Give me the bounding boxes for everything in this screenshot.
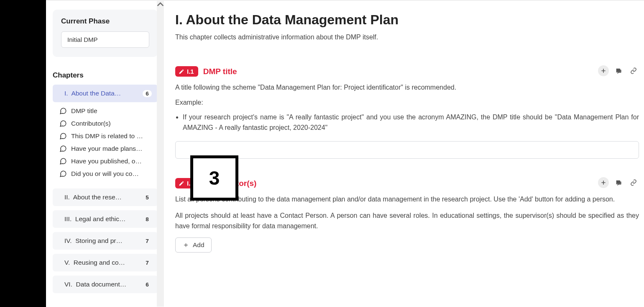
chapters-heading: Chapters — [53, 71, 158, 80]
current-phase-card: Current Phase Initial DMP — [53, 10, 158, 57]
section-contributors: I.2 Contributor(s) List all persons cont… — [175, 178, 639, 252]
question-item[interactable]: DMP title — [56, 105, 158, 117]
chapter-item-5[interactable]: V. Reusing and co… 7 — [53, 254, 158, 271]
chapter-title: V. Reusing and co… — [64, 259, 143, 266]
annotation-label: 3 — [209, 167, 220, 189]
example-list: If your research project's name is "A re… — [175, 112, 639, 133]
section-tag-label: I.1 — [187, 68, 194, 75]
chapter-item-4[interactable]: IV. Storing and pr… 7 — [53, 232, 158, 250]
app-layout: Current Phase Initial DMP Chapters I. Ab… — [0, 0, 644, 307]
phase-select-value: Initial DMP — [67, 36, 98, 43]
scroll-up-icon[interactable] — [157, 1, 164, 8]
example-label: Example: — [175, 99, 639, 106]
annotation-callout-3: 3 — [190, 155, 238, 201]
chapter-item-3[interactable]: III. Legal and ethic… 8 — [53, 210, 158, 228]
page-title: I. About the Data Management Plan — [175, 12, 639, 28]
section-head: I.1 DMP title — [175, 66, 639, 77]
comment-icon — [59, 170, 67, 178]
question-label: DMP title — [71, 107, 97, 115]
chapter-count-badge: 6 — [143, 281, 152, 288]
chapter-title: I. About the Data… — [64, 90, 143, 97]
link-icon[interactable] — [628, 65, 639, 76]
section-actions — [598, 65, 639, 76]
question-label: Have your made plans… — [71, 145, 143, 152]
comment-icon — [59, 120, 67, 127]
section-actions — [598, 177, 639, 188]
dmp-title-input[interactable] — [175, 141, 639, 159]
chapter-count-badge: 7 — [143, 237, 152, 245]
current-phase-label: Current Phase — [61, 17, 149, 26]
chapter-title: VI. Data document… — [64, 281, 143, 288]
chapter-item-2[interactable]: II. About the rese… 5 — [53, 188, 158, 206]
add-button-label: Add — [193, 241, 204, 249]
chapter-block: II. About the rese… 5 — [53, 188, 158, 206]
chapter-count-badge: 6 — [143, 90, 152, 97]
left-black-mask — [0, 0, 46, 307]
section-title: DMP title — [203, 67, 237, 76]
section-head: I.2 Contributor(s) — [175, 178, 639, 188]
question-label: Did you or will you co… — [71, 170, 139, 178]
sidebar-scrollbar[interactable] — [157, 1, 164, 307]
chapter-item-6[interactable]: VI. Data document… 6 — [53, 276, 158, 293]
section-description: List all persons contributing to the dat… — [175, 194, 639, 205]
main-content: I. About the Data Management Plan This c… — [165, 0, 644, 307]
comments-icon[interactable] — [613, 177, 624, 188]
comment-icon — [59, 157, 67, 165]
chapter-count-badge: 7 — [143, 259, 152, 266]
question-item[interactable]: Contributor(s) — [56, 117, 158, 130]
question-label: This DMP is related to … — [71, 132, 143, 140]
question-label: Contributor(s) — [71, 120, 111, 127]
chapter-item-1[interactable]: I. About the Data… 6 — [53, 85, 158, 102]
chapter-title: II. About the rese… — [64, 193, 143, 201]
add-contributor-button[interactable]: ＋ Add — [175, 237, 212, 253]
chapter-block: IV. Storing and pr… 7 — [53, 232, 158, 250]
question-item[interactable]: Have your made plans… — [56, 142, 158, 155]
add-todo-icon[interactable] — [598, 65, 609, 76]
chapter-block: I. About the Data… 6 DMP title Contribut… — [53, 85, 158, 184]
chapter-title: IV. Storing and pr… — [64, 237, 143, 245]
section-tag: I.1 — [175, 66, 198, 77]
section-description: All projects should at least have a Cont… — [175, 211, 639, 232]
link-icon[interactable] — [628, 177, 639, 188]
plus-icon: ＋ — [182, 241, 189, 248]
comment-icon — [59, 132, 67, 140]
question-label: Have you published, o… — [71, 157, 142, 165]
add-todo-icon[interactable] — [598, 177, 609, 188]
question-item[interactable]: This DMP is related to … — [56, 130, 158, 142]
pencil-icon — [179, 69, 184, 75]
question-item[interactable]: Did you or will you co… — [56, 168, 158, 180]
phase-select[interactable]: Initial DMP — [61, 31, 149, 48]
section-description: A title following the scheme "Data Manag… — [175, 83, 639, 93]
comment-icon — [59, 145, 67, 152]
chapter-block: V. Reusing and co… 7 — [53, 254, 158, 271]
question-list: DMP title Contributor(s) This DMP is rel… — [53, 102, 158, 184]
chapter-count-badge: 8 — [143, 216, 152, 223]
section-dmp-title: I.1 DMP title A title following the sche… — [175, 66, 639, 159]
chapter-block: VI. Data document… 6 — [53, 276, 158, 293]
chapter-block: III. Legal and ethic… 8 — [53, 210, 158, 228]
example-bullet: If your research project's name is "A re… — [183, 112, 639, 133]
chapter-count-badge: 5 — [143, 194, 152, 201]
pencil-icon — [179, 181, 184, 186]
chapter-title: III. Legal and ethic… — [64, 215, 143, 223]
comments-icon[interactable] — [613, 65, 624, 76]
page-subtitle: This chapter collects administrative inf… — [175, 34, 639, 41]
comment-icon — [59, 107, 67, 115]
question-item[interactable]: Have you published, o… — [56, 155, 158, 168]
